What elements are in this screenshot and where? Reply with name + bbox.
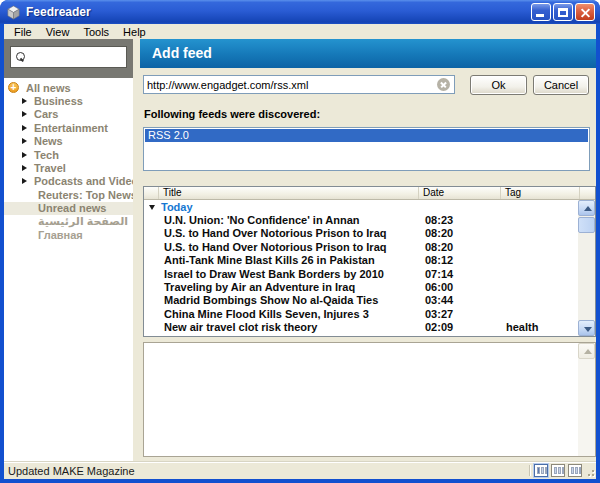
news-date: 06:00 xyxy=(419,281,501,293)
sidebar-item-travel[interactable]: Travel xyxy=(4,161,133,174)
maximize-button[interactable] xyxy=(553,3,573,21)
sidebar-item-glavnaya[interactable]: Главная xyxy=(4,228,133,241)
search-box xyxy=(10,46,127,68)
menu-view[interactable]: View xyxy=(39,26,77,38)
sidebar: All news Business Cars Entertainment New… xyxy=(4,39,133,461)
sidebar-item-label: Tech xyxy=(34,149,59,161)
sidebar-item-all-news[interactable]: All news xyxy=(4,81,133,94)
expand-arrow-icon[interactable] xyxy=(22,111,27,117)
menu-help[interactable]: Help xyxy=(116,26,153,38)
minimize-button[interactable] xyxy=(531,3,551,21)
sidebar-item-cars[interactable]: Cars xyxy=(4,108,133,121)
sidebar-item-podcasts[interactable]: Podcasts and Videoc... xyxy=(4,175,133,188)
layout-list-icon[interactable] xyxy=(568,464,582,477)
news-title: Madrid Bombings Show No al-Qaida Ties xyxy=(159,294,419,306)
scroll-down-button[interactable] xyxy=(578,320,595,336)
scrollbar-thumb[interactable] xyxy=(578,217,595,233)
sidebar-item-tech[interactable]: Tech xyxy=(4,148,133,161)
sidebar-item-label: Cars xyxy=(34,108,58,120)
preview-scrollbar[interactable] xyxy=(578,343,595,456)
sidebar-item-business[interactable]: Business xyxy=(4,94,133,107)
expand-arrow-icon[interactable] xyxy=(22,152,27,158)
clear-input-icon[interactable] xyxy=(437,78,450,91)
search-input[interactable] xyxy=(27,49,126,65)
app-cube-icon[interactable] xyxy=(6,5,21,20)
table-row[interactable]: Traveling by Air an Adventure in Iraq 06… xyxy=(144,280,578,293)
news-date: 08:20 xyxy=(419,241,501,253)
sidebar-item-label: Unread news xyxy=(38,202,106,214)
layout-columns-icon[interactable] xyxy=(551,464,565,477)
sidebar-item-label: الصفحة الرئيسية xyxy=(38,215,128,228)
news-table: Title Date Tag Today U.N. Union: 'No Con… xyxy=(143,186,596,337)
status-separator xyxy=(529,465,530,476)
sidebar-item-arabic-home[interactable]: الصفحة الرئيسية xyxy=(4,215,133,228)
maximize-icon xyxy=(558,8,568,17)
expand-arrow-icon[interactable] xyxy=(22,178,27,184)
chevron-up-icon xyxy=(584,206,592,211)
table-row[interactable]: U.S. to Hand Over Notorious Prison to Ir… xyxy=(144,227,578,240)
cancel-button[interactable]: Cancel xyxy=(533,75,589,95)
feed-url-input[interactable] xyxy=(143,75,455,94)
plus-circle-icon[interactable] xyxy=(8,82,19,93)
expand-arrow-icon[interactable] xyxy=(22,98,27,104)
discovered-feeds-list: RSS 2.0 xyxy=(143,127,590,171)
table-row[interactable]: U.S. to Hand Over Notorious Prison to Ir… xyxy=(144,240,578,253)
news-title: Traveling by Air an Adventure in Iraq xyxy=(159,281,419,293)
feed-tree: All news Business Cars Entertainment New… xyxy=(4,78,133,461)
menu-tools[interactable]: Tools xyxy=(76,26,116,38)
table-group-row[interactable]: Today xyxy=(144,200,578,213)
column-header-filler xyxy=(580,187,595,199)
layout-reading-icon[interactable] xyxy=(534,464,548,477)
app-window: Feedreader File View Tools Help xyxy=(0,0,600,483)
title-bar[interactable]: Feedreader xyxy=(0,0,600,24)
table-row[interactable]: China Mine Flood Kills Seven, Injures 3 … xyxy=(144,307,578,320)
article-preview-panel[interactable] xyxy=(143,342,596,457)
chevron-down-icon xyxy=(584,327,592,332)
expand-arrow-icon[interactable] xyxy=(22,165,27,171)
menu-file[interactable]: File xyxy=(7,26,39,38)
table-row[interactable]: Israel to Draw West Bank Borders by 2010… xyxy=(144,267,578,280)
sidebar-item-label: Главная xyxy=(38,229,83,241)
search-icon xyxy=(15,51,27,63)
close-icon xyxy=(576,4,594,20)
table-row[interactable]: U.N. Union: 'No Confidence' in Annan 08:… xyxy=(144,213,578,226)
expand-arrow-icon[interactable] xyxy=(22,125,27,131)
sidebar-splitter[interactable] xyxy=(133,39,140,461)
scroll-up-button[interactable] xyxy=(578,343,595,359)
feed-type-item[interactable]: RSS 2.0 xyxy=(145,129,588,142)
status-bar: Updated MAKE Magazine xyxy=(4,461,596,479)
table-row[interactable]: New air travel clot risk theory 02:09 he… xyxy=(144,321,578,334)
sidebar-item-label: All news xyxy=(26,82,71,94)
close-button[interactable] xyxy=(575,3,595,21)
table-row[interactable]: Madrid Bombings Show No al-Qaida Ties 03… xyxy=(144,294,578,307)
column-header-title[interactable]: Title xyxy=(159,187,419,199)
news-title: U.S. to Hand Over Notorious Prison to Ir… xyxy=(159,227,419,239)
sidebar-item-entertainment[interactable]: Entertainment xyxy=(4,121,133,134)
minimize-icon xyxy=(536,14,544,17)
expand-arrow-icon[interactable] xyxy=(22,138,27,144)
view-toggles xyxy=(534,464,582,477)
menu-bar: File View Tools Help xyxy=(4,24,596,39)
table-header: Title Date Tag xyxy=(144,187,595,200)
table-row[interactable]: Anti-Tank Mine Blast Kills 26 in Pakista… xyxy=(144,254,578,267)
discovered-feeds-label: Following feeds were discovered: xyxy=(144,108,320,120)
resize-grip[interactable] xyxy=(584,466,595,477)
column-header-tag[interactable]: Tag xyxy=(501,187,580,199)
column-header-date[interactable]: Date xyxy=(419,187,501,199)
sidebar-item-label: Business xyxy=(34,95,83,107)
news-title: New air travel clot risk theory xyxy=(159,321,419,333)
news-title: U.N. Union: 'No Confidence' in Annan xyxy=(159,214,419,226)
sidebar-item-news[interactable]: News xyxy=(4,135,133,148)
sidebar-item-unread-news[interactable]: Unread news xyxy=(4,202,133,215)
table-scrollbar[interactable] xyxy=(578,200,595,336)
sidebar-search-panel xyxy=(4,39,133,78)
news-date: 02:09 xyxy=(419,321,501,333)
ok-button[interactable]: Ok xyxy=(470,75,527,95)
scroll-up-button[interactable] xyxy=(578,200,595,216)
news-date: 08:20 xyxy=(419,227,501,239)
sidebar-item-reuters[interactable]: Reuters: Top News xyxy=(4,188,133,201)
news-title: U.S. to Hand Over Notorious Prison to Ir… xyxy=(159,241,419,253)
collapse-group-icon[interactable] xyxy=(149,205,155,210)
column-header-expand[interactable] xyxy=(144,187,159,199)
chevron-up-icon xyxy=(584,349,592,354)
